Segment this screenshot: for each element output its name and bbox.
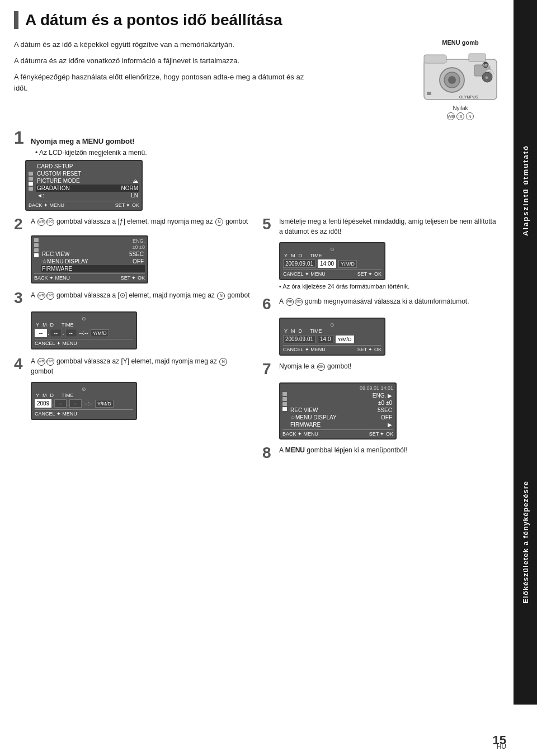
step-8-text: A MENU gombbal lépjen ki a menüpontból!	[279, 445, 500, 455]
menu-gomb-label: MENU gomb	[442, 39, 478, 46]
step-4-block: 4 A WBISO gombbal válassza az [Y] elemet…	[14, 356, 251, 420]
step-7-block: 7 Nyomja le a OK gombot! 09.09.01 14:01	[262, 361, 500, 440]
left-column: 2 A WBISO gombbal válassza a [ƒ] elemet,…	[14, 216, 251, 464]
svg-text:OLYMPUS: OLYMPUS	[459, 95, 478, 99]
step-2-header: 2 A WBISO gombbal válassza a [ƒ] elemet,…	[14, 216, 251, 232]
s7-rows: ENG. ▶ ±0 ±0 REC VIEW5SEC ☆MENU DISPLAYO…	[289, 392, 393, 428]
svg-text:MENU: MENU	[483, 64, 492, 67]
s6-val-row: 2009.09.01 14:0 Y/M/D	[283, 335, 381, 343]
s5-cancel: CANCEL ✦ MENU	[283, 271, 326, 277]
step-8-block: 8 A MENU gombbal lépjen ki a menüpontból…	[262, 445, 500, 464]
s7-row-eng: ENG. ▶	[289, 392, 393, 399]
tab-icon-1	[29, 172, 33, 176]
s6-ymds: Y/M/D	[336, 336, 354, 343]
s4-val-row: 2009 . -- . -- --:-- Y/M/D	[35, 399, 133, 408]
s2-tab1	[34, 238, 39, 242]
n-icon-s3: N	[217, 292, 225, 300]
s2-footer: BACK ✦ MENU SET ✦ OK	[34, 273, 145, 281]
wb-icon-s4: WB	[37, 358, 45, 366]
step-3-number: 3	[14, 290, 27, 306]
step-1-screens: CARD SETUP CUSTOM RESET PICTURE MODE⛰ GR…	[25, 160, 500, 211]
tab-icon-2	[29, 177, 33, 181]
svg-rect-1	[424, 55, 446, 63]
n-icon: N	[466, 112, 474, 120]
wb-icon-s2: WB	[37, 218, 45, 226]
nyilak-label: Nyilak	[453, 105, 468, 111]
step-6-header: 6 A WBISO gomb megnyomásával válassza ki…	[262, 296, 500, 312]
step-7-text: Nyomja le a OK gombot!	[279, 361, 500, 371]
s7-row-pm: ±0 ±0	[289, 399, 393, 407]
s3-label-row: Y M D TIME	[35, 322, 133, 328]
iso-icon: IS	[456, 112, 464, 120]
s2-recview: REC VIEW5SEC	[41, 251, 145, 258]
s3-year: --	[35, 329, 47, 337]
s7-footer: BACK ✦ MENU SET ✦ OK	[282, 429, 393, 437]
intro-line1: A dátum és az idő a képekkel együtt rögz…	[14, 39, 305, 51]
menu-row-picture-mode: PICTURE MODE⛰	[36, 177, 139, 185]
s4-year: 2009	[35, 399, 51, 408]
step-4-header: 4 A WBISO gombbal válassza az [Y] elemet…	[14, 356, 251, 376]
s2-tab4-active	[34, 253, 39, 257]
s7-row-firmware: FIRMWARE▶	[289, 421, 393, 428]
s7-tab1	[282, 392, 287, 396]
side-tabs	[29, 172, 33, 191]
s4-month: --	[54, 399, 67, 408]
menu-screen-footer: BACK ✦ MENU SET ✦ OK	[29, 201, 139, 208]
right-tab-bottom: Előkészületek a fényképezésre	[514, 380, 537, 705]
intro-block: A dátum és az idő a képekkel együtt rögz…	[14, 39, 410, 99]
s2-tab2	[34, 243, 39, 247]
right-column: 5 Ismételje meg a fenti lépéseket mindad…	[262, 216, 500, 464]
step-6-number: 6	[262, 296, 276, 312]
s2-side-tabs	[34, 238, 39, 257]
s3-val-row: -- . -- . -- --:-- Y/M/D	[35, 329, 133, 337]
set-ok-label: SET ✦ OK	[115, 202, 139, 208]
s3-month: --	[50, 329, 62, 337]
s2-menudisplay: ☆MENU DISPLAYOFF	[41, 258, 145, 265]
step-3-text: A WBISO gombbal válassza a [⊙] elemet, m…	[31, 290, 251, 300]
right-tab-top: Alapszintű útmutató	[514, 0, 537, 380]
menu-tabs: CARD SETUP CUSTOM RESET PICTURE MODE⛰ GR…	[29, 163, 139, 199]
s7-set: SET ✦ OK	[369, 431, 393, 437]
tab-icon-4	[29, 187, 33, 191]
step-6-screen: ⊙ Y M D TIME 2009.09.01 14:0 Y/M/D CANCE…	[279, 318, 385, 356]
step-5-header: 5 Ismételje meg a fenti lépéseket mindad…	[262, 216, 500, 237]
wb-icon-s6: WB	[286, 298, 294, 306]
s4-clock-icon: ⊙	[35, 385, 133, 393]
main-content: A dátum és a pontos idő beállítása A dát…	[0, 0, 514, 475]
steps-two-col: 2 A WBISO gombbal válassza a [ƒ] elemet,…	[14, 216, 500, 464]
s6-time: 14:0	[318, 335, 333, 343]
s4-ymds: Y/M/D	[95, 400, 114, 408]
s3-clock-icon: ⊙	[35, 315, 133, 322]
iso-icon-s6: ISO	[295, 298, 303, 306]
step-3-screen: ⊙ Y M D TIME -- . -- . -- --:-- Y/M	[31, 311, 137, 349]
step-2-number: 2	[14, 216, 27, 232]
step-8-number: 8	[262, 445, 276, 461]
s4-cancel: CANCEL ✦ MENU	[35, 411, 77, 417]
page-title: A dátum és a pontos idő beállítása	[14, 11, 500, 29]
s7-row-menudisplay: ☆MENU DISPLAYOFF	[289, 414, 393, 421]
step-2-screen: ENG. ±0 ±0 REC VIEW5SEC ☆MENU DISPLAYOFF…	[31, 235, 148, 284]
s6-set: SET ✦ OK	[357, 347, 381, 352]
step-8-header: 8 A MENU gombbal lépjen ki a menüpontból…	[262, 445, 500, 461]
step-1-header: 1 Nyomja meg a MENU gombot!	[14, 129, 500, 147]
s2-firmware: FIRMWARE	[41, 265, 145, 272]
step-1-block: 1 Nyomja meg a MENU gombot! • Az LCD-kij…	[14, 129, 500, 211]
step-2-block: 2 A WBISO gombbal válassza a [ƒ] elemet,…	[14, 216, 251, 284]
step-7-header: 7 Nyomja le a OK gombot!	[262, 361, 500, 377]
s6-label-row: Y M D TIME	[283, 328, 381, 334]
step-7-screen: 09.09.01 14:01 ENG. ▶	[279, 382, 397, 440]
menu-rows-area: CARD SETUP CUSTOM RESET PICTURE MODE⛰ GR…	[36, 163, 139, 199]
s3-footer: CANCEL ✦ MENU	[35, 339, 133, 346]
nyilak-icons: WB IS N	[447, 112, 474, 120]
n-icon-s4: N	[219, 358, 227, 366]
s3-day: --	[65, 329, 77, 337]
s2-eng: ENG.	[41, 238, 145, 244]
step-6-block: 6 A WBISO gomb megnyomásával válassza ki…	[262, 296, 500, 356]
step-4-screen: ⊙ Y M D TIME 2009 . -- . -- --:-- Y	[31, 382, 137, 420]
menu-row-custom-reset: CUSTOM RESET	[36, 170, 139, 177]
step-1-text: Nyomja meg a MENU gombot!	[31, 137, 135, 145]
menu-row-card-setup: CARD SETUP	[36, 163, 139, 170]
step-4-text: A WBISO gombbal válassza az [Y] elemet, …	[31, 356, 251, 376]
s3-cancel: CANCEL ✦ MENU	[35, 341, 77, 346]
s7-datetime: 09.09.01 14:01	[282, 385, 393, 391]
